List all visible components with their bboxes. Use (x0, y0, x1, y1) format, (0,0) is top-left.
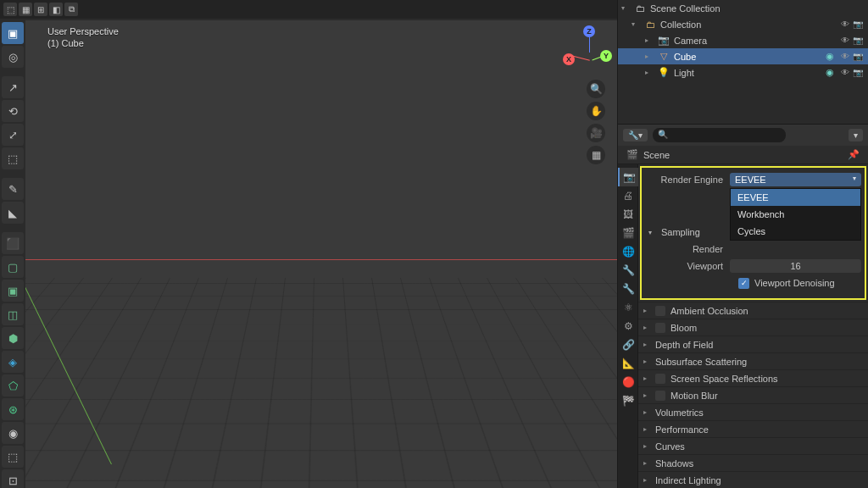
render-engine-value: EEVEE (735, 175, 766, 185)
mode-button-1[interactable]: ⬚ (3, 3, 17, 16)
section-indirect-lighting[interactable]: ▸Indirect Lighting (638, 471, 868, 488)
pin-icon[interactable]: 📌 (848, 149, 860, 160)
tab-texture[interactable]: 🏁 (618, 391, 638, 410)
section-volumetrics[interactable]: ▸Volumetrics (638, 403, 868, 420)
zoom-icon[interactable]: 🔍 (587, 80, 605, 98)
tool-add-mesh-2[interactable]: ▣ (2, 280, 24, 302)
hud-perspective: User Perspective (47, 25, 119, 37)
gizmo-x[interactable]: X (563, 53, 575, 65)
properties-search-input[interactable] (653, 128, 786, 142)
section-performance[interactable]: ▸Performance (638, 420, 868, 437)
tool-measure[interactable]: ◣ (2, 202, 24, 224)
outliner-item-camera[interactable]: ▸📷 Camera 👁📷 (618, 32, 868, 48)
render-engine-dropdown[interactable]: EEVEE ▾ EEVEE Workbench Cycles (730, 173, 861, 186)
section-bloom[interactable]: ▸Bloom (638, 319, 868, 336)
section-ambient-occlusion[interactable]: ▸Ambient Occlusion (638, 302, 868, 319)
engine-option-workbench[interactable]: Workbench (731, 206, 860, 223)
section-screen-space-reflections[interactable]: ▸Screen Space Reflections (638, 369, 868, 386)
section-subsurface-scattering[interactable]: ▸Subsurface Scattering (638, 352, 868, 369)
tab-constraints[interactable]: 🔗 (618, 336, 638, 354)
pan-icon[interactable]: ✋ (587, 102, 605, 120)
mode-button-5[interactable]: ⧉ (64, 3, 78, 16)
outliner[interactable]: ▾🗀 Scene Collection ▾🗀 Collection 👁📷 ▸📷 … (618, 0, 868, 124)
camera-render-icon[interactable]: 📷 (853, 19, 863, 29)
outliner-collection-label: Collection (660, 19, 837, 30)
grid-icon[interactable]: ▦ (587, 146, 605, 164)
tab-modifiers[interactable]: 🔧 (618, 280, 638, 298)
mode-button-2[interactable]: ▦ (19, 3, 32, 16)
breadcrumb-scene[interactable]: Scene (643, 150, 670, 160)
tab-world[interactable]: 🌐 (618, 242, 638, 261)
section-motion-blur[interactable]: ▸Motion Blur (638, 386, 868, 403)
data-icon: ◉ (826, 67, 834, 78)
tab-object[interactable]: 🔧 (618, 261, 638, 280)
tool-add-mesh-1[interactable]: ▢ (2, 256, 24, 278)
tab-output[interactable]: 🖨 (618, 186, 638, 205)
render-samples-label: Render (645, 244, 730, 254)
properties-tabs: 📷 🖨 🖼 🎬 🌐 🔧 🔧 ⚛ ⚙ 🔗 📐 🔴 🏁 (618, 164, 638, 488)
viewport-samples-field[interactable]: 16 (730, 259, 861, 273)
tab-viewlayer[interactable]: 🖼 (618, 205, 638, 224)
tool-select-box[interactable]: ▣ (2, 22, 24, 44)
tab-material[interactable]: 🔴 (618, 373, 638, 391)
tab-scene[interactable]: 🎬 (618, 224, 638, 242)
outliner-collection[interactable]: ▾🗀 Collection 👁📷 (618, 16, 868, 32)
right-panels: ▾🗀 Scene Collection ▾🗀 Collection 👁📷 ▸📷 … (617, 0, 868, 488)
section-curves[interactable]: ▸Curves (638, 437, 868, 454)
section-shadows[interactable]: ▸Shadows (638, 454, 868, 471)
section-label: Shadows (655, 458, 693, 469)
tab-render[interactable]: 📷 (618, 168, 638, 186)
tool-add-mesh-3[interactable]: ◫ (2, 303, 24, 325)
tool-cursor[interactable]: ◎ (2, 46, 24, 68)
tool-add-mesh-10[interactable]: ⊡ (2, 469, 24, 488)
tool-move[interactable]: ↗ (2, 76, 24, 98)
section-label: Indirect Lighting (655, 475, 721, 485)
filter-dropdown[interactable]: ▾ (849, 129, 863, 141)
engine-option-cycles[interactable]: Cycles (731, 223, 860, 240)
hud-object: (1) Cube (47, 37, 119, 49)
engine-option-eevee[interactable]: EEVEE (731, 189, 860, 206)
outliner-cube-label: Cube (674, 52, 822, 62)
viewport-3d[interactable]: User Perspective (1) Cube Z X Y 🔍 ✋ 🎥 ▦ (25, 20, 617, 488)
outliner-item-cube[interactable]: ▸▽ Cube ◉ 👁📷 (618, 48, 868, 64)
orientation-gizmo[interactable]: Z X Y (566, 29, 609, 71)
scene-icon: 🎬 (626, 149, 638, 160)
viewport-denoising-label: Viewport Denoising (754, 278, 835, 288)
section-checkbox[interactable] (655, 374, 665, 384)
tool-add-mesh-6[interactable]: ⬠ (2, 374, 24, 396)
cube-object[interactable] (148, 283, 403, 474)
viewport-denoising-checkbox[interactable]: ✓ (738, 278, 749, 289)
outliner-camera-label: Camera (674, 36, 837, 46)
mode-button-4[interactable]: ◧ (49, 3, 63, 16)
tool-rotate[interactable]: ⟲ (2, 100, 24, 122)
section-checkbox[interactable] (655, 306, 665, 316)
chevron-down-icon: ▾ (853, 175, 856, 182)
tab-physics[interactable]: ⚙ (618, 317, 638, 336)
tool-annotate[interactable]: ✎ (2, 178, 24, 200)
gizmo-z[interactable]: Z (583, 25, 595, 37)
tool-add-mesh-9[interactable]: ⬚ (2, 446, 24, 468)
section-checkbox[interactable] (655, 323, 665, 333)
tool-add-mesh-8[interactable]: ◉ (2, 422, 24, 444)
editor-type-dropdown[interactable]: 🔧▾ (623, 129, 648, 141)
tool-add-cube[interactable]: ⬛ (2, 232, 24, 254)
tool-add-mesh-4[interactable]: ⬢ (2, 327, 24, 349)
tab-particles[interactable]: ⚛ (618, 298, 638, 317)
mode-button-3[interactable]: ⊞ (34, 3, 47, 16)
tool-transform[interactable]: ⬚ (2, 147, 24, 169)
tool-add-mesh-5[interactable]: ◈ (2, 351, 24, 373)
eye-icon[interactable]: 👁 (841, 19, 849, 29)
tool-add-mesh-7[interactable]: ⊛ (2, 398, 24, 420)
camera-icon[interactable]: 🎥 (587, 124, 605, 142)
outliner-scene-collection[interactable]: ▾🗀 Scene Collection (618, 0, 868, 16)
section-checkbox[interactable] (655, 391, 665, 401)
section-label: Screen Space Reflections (670, 374, 778, 384)
outliner-root-label: Scene Collection (650, 3, 868, 14)
section-label: Curves (655, 441, 685, 452)
tab-data[interactable]: 📐 (618, 354, 638, 373)
section-depth-of-field[interactable]: ▸Depth of Field (638, 336, 868, 352)
tool-scale[interactable]: ⤢ (2, 124, 24, 146)
section-label: Performance (655, 424, 709, 435)
outliner-item-light[interactable]: ▸💡 Light ◉ 👁📷 (618, 64, 868, 80)
gizmo-y[interactable]: Y (600, 50, 612, 62)
